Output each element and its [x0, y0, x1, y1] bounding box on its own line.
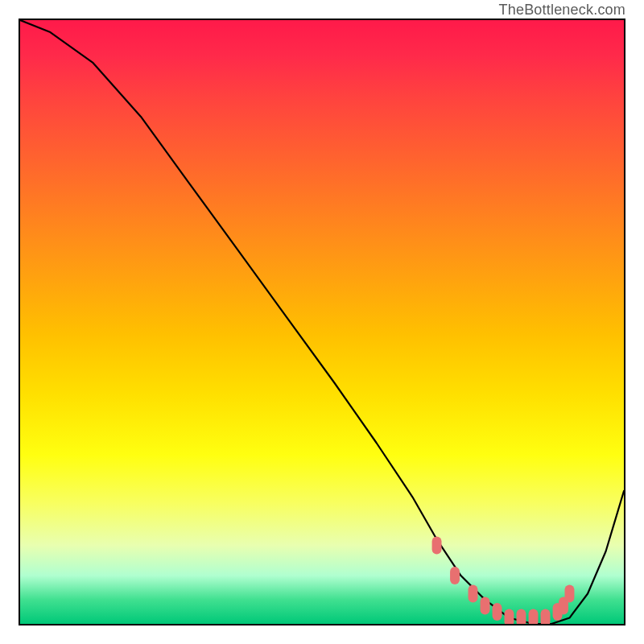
- plot-area: [19, 19, 625, 625]
- highlight-marker: [504, 609, 514, 624]
- highlight-marker: [529, 609, 539, 624]
- highlight-marker: [469, 585, 478, 603]
- attribution-text: TheBottleneck.com: [499, 2, 625, 19]
- highlight-marker: [493, 603, 502, 621]
- bottleneck-chart: TheBottleneck.com: [0, 0, 644, 644]
- curve-layer: [20, 20, 624, 624]
- highlight-markers: [432, 537, 575, 624]
- highlight-marker: [481, 597, 490, 615]
- highlight-marker: [432, 537, 442, 555]
- highlight-marker: [450, 567, 460, 584]
- highlight-marker: [564, 585, 574, 603]
- bottleneck-curve: [20, 20, 624, 624]
- highlight-marker: [541, 609, 551, 624]
- highlight-marker: [517, 609, 526, 624]
